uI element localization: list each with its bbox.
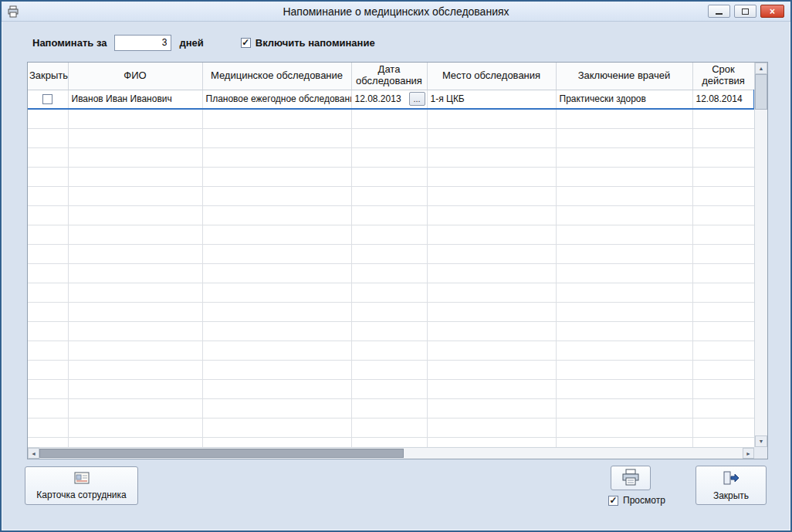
enable-reminder-group: Включить напоминание xyxy=(241,37,375,49)
grid-empty-row xyxy=(28,147,754,167)
row-close-checkbox[interactable] xyxy=(42,94,52,104)
days-label: дней xyxy=(179,37,203,49)
grid-empty-row xyxy=(28,263,754,283)
close-dialog-label: Закрыть xyxy=(713,490,749,501)
close-icon: × xyxy=(770,7,775,16)
horizontal-scrollbar[interactable]: ◄ ► xyxy=(28,447,754,459)
grid-row: Иванов Иван Иванович Плановое ежегодное … xyxy=(28,90,754,109)
maximize-icon xyxy=(742,8,749,15)
grid-empty-row xyxy=(28,186,754,205)
minimize-icon xyxy=(716,13,723,15)
vertical-scrollbar[interactable]: ▲ ▼ xyxy=(754,63,767,447)
vertical-scroll-thumb[interactable] xyxy=(755,74,767,110)
row-conclusion-cell[interactable]: Практически здоров xyxy=(556,90,692,109)
col-header-close: Закрыть xyxy=(28,63,68,90)
dialog-window: Напоминание о медицинских обследованиях … xyxy=(0,0,792,532)
minimize-button[interactable] xyxy=(708,5,730,18)
preview-checkbox[interactable] xyxy=(608,496,618,506)
row-examination-cell[interactable]: Плановое ежегодное обследование xyxy=(202,90,351,109)
preview-group: Просмотр xyxy=(608,495,665,506)
grid-empty-row xyxy=(28,109,754,128)
col-header-examination: Медицинское обследование xyxy=(202,63,351,90)
scroll-up-icon[interactable]: ▲ xyxy=(755,63,767,74)
scroll-left-icon[interactable]: ◄ xyxy=(28,448,39,459)
grid-header-row: Закрыть ФИО Медицинское обследование Дат… xyxy=(28,63,754,90)
enable-reminder-checkbox[interactable] xyxy=(241,38,251,48)
close-window-button[interactable]: × xyxy=(760,5,784,18)
grid-empty-row xyxy=(28,205,754,225)
medical-grid: Закрыть ФИО Медицинское обследование Дат… xyxy=(28,63,754,447)
row-exam-date-cell[interactable]: 12.08.2013 ... xyxy=(351,90,427,109)
grid-empty-row xyxy=(28,418,754,437)
date-picker-button[interactable]: ... xyxy=(409,92,425,107)
exit-icon xyxy=(723,470,740,488)
window-title: Напоминание о медицинских обследованиях xyxy=(2,5,790,18)
horizontal-scroll-thumb[interactable] xyxy=(39,449,404,458)
grid-empty-row xyxy=(28,283,754,302)
grid-empty-row xyxy=(28,167,754,186)
col-header-exam-date: Дата обследования xyxy=(351,63,427,90)
print-icon xyxy=(621,469,640,488)
exam-date-value: 12.08.2013 xyxy=(355,93,401,104)
col-header-place: Место обследования xyxy=(427,63,556,90)
row-place-cell[interactable]: 1-я ЦКБ xyxy=(427,90,556,109)
grid-empty-row xyxy=(28,341,754,360)
grid-body: Иванов Иван Иванович Плановое ежегодное … xyxy=(28,90,754,447)
window-buttons: × xyxy=(708,5,784,18)
col-header-fio: ФИО xyxy=(68,63,202,90)
preview-label[interactable]: Просмотр xyxy=(623,495,665,506)
row-fio-cell[interactable]: Иванов Иван Иванович xyxy=(68,90,202,109)
medical-grid-area: Закрыть ФИО Медицинское обследование Дат… xyxy=(27,62,768,459)
grid-empty-row xyxy=(28,437,754,447)
col-header-valid-until: Срок действия xyxy=(692,63,754,90)
row-valid-until-cell[interactable]: 12.08.2014 xyxy=(692,90,754,109)
scroll-right-icon[interactable]: ► xyxy=(743,448,754,459)
row-close-cell[interactable] xyxy=(28,90,68,109)
reminder-controls: Напоминать за дней Включить напоминание xyxy=(32,34,375,51)
employee-card-icon xyxy=(74,471,90,487)
grid-empty-row xyxy=(28,244,754,263)
employee-card-label: Карточка сотрудника xyxy=(36,490,126,500)
scrollbar-corner xyxy=(754,447,767,459)
grid-empty-row xyxy=(28,379,754,398)
titlebar: Напоминание о медицинских обследованиях … xyxy=(2,2,790,22)
remind-days-input[interactable] xyxy=(114,35,171,51)
scroll-down-icon[interactable]: ▼ xyxy=(755,435,767,447)
grid-empty-row xyxy=(28,360,754,379)
maximize-button[interactable] xyxy=(734,5,756,18)
grid-empty-row xyxy=(28,302,754,321)
grid-empty-row xyxy=(28,321,754,341)
print-button[interactable] xyxy=(611,466,651,490)
grid-empty-row xyxy=(28,398,754,418)
close-dialog-button[interactable]: Закрыть xyxy=(696,466,767,505)
enable-reminder-label[interactable]: Включить напоминание xyxy=(256,37,375,49)
grid-empty-row xyxy=(28,128,754,147)
employee-card-button[interactable]: Карточка сотрудника xyxy=(25,466,138,505)
grid-viewport: Закрыть ФИО Медицинское обследование Дат… xyxy=(28,63,754,447)
col-header-conclusion: Заключение врачей xyxy=(556,63,692,90)
grid-empty-row xyxy=(28,225,754,244)
remind-label: Напоминать за xyxy=(32,37,107,49)
